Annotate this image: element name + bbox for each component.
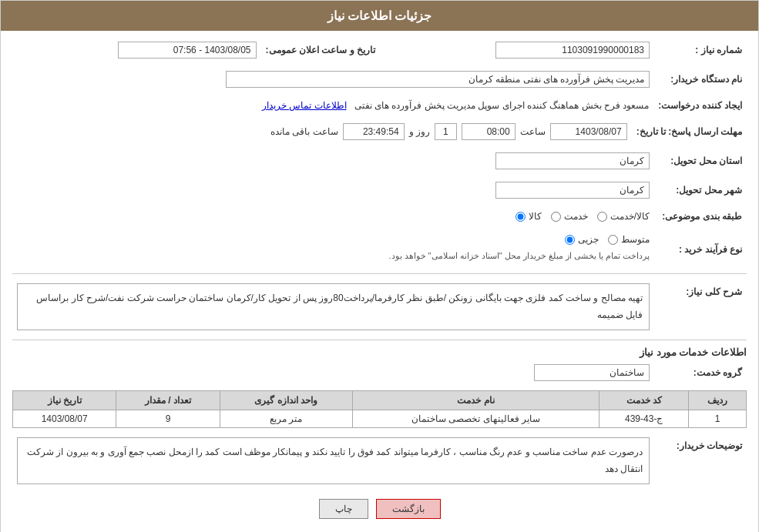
category-khedmat-label: خدمت: [564, 211, 588, 222]
page-header: جزئیات اطلاعات نیاز: [1, 1, 758, 31]
info-table-row7: طبقه بندی موضوعی: کالا/خدمت خدمت کالا: [12, 208, 747, 225]
info-table-row5: استان محل تحویل: کرمان: [12, 149, 747, 172]
date-value: 1403/08/05 - 07:56: [12, 38, 261, 62]
info-table-row6: شهر محل تحویل: کرمان: [12, 179, 747, 202]
requester-value: مسعود فرح بخش هماهنگ کننده اجرای سوپل مد…: [12, 97, 653, 114]
deadline-remaining-box: 23:49:54: [343, 123, 405, 140]
buyer-org-box: مدیریت پخش فرآورده های نفتی منطقه کرمان: [226, 71, 650, 88]
content-area: شماره نیاز : 1103091990000183 تاریخ و سا…: [1, 31, 758, 532]
buttons-row: بازگشت چاپ: [12, 499, 747, 519]
col-service-code: کد خدمت: [599, 391, 689, 410]
category-kala-khedmat-radio[interactable]: [597, 212, 607, 222]
col-service-name: نام خدمت: [352, 391, 599, 410]
category-kala-radio[interactable]: [516, 212, 526, 222]
process-motavaset-item: متوسط: [608, 234, 650, 245]
service-group-label: گروه خدمت:: [654, 361, 747, 384]
cell-row_num: 1: [689, 410, 747, 428]
buyer-notes-label: توضیحات خریدار:: [654, 434, 747, 487]
need-number-value: 1103091990000183: [380, 38, 654, 62]
print-button[interactable]: چاپ: [319, 499, 368, 519]
buyer-notes-value: درصورت عدم ساخت مناسب و عدم رنگ مناسب ، …: [12, 434, 654, 487]
process-jazii-label: جزیی: [578, 234, 599, 245]
date-box: 1403/08/05 - 07:56: [118, 42, 257, 59]
description-label: شرح کلی نیاز:: [654, 280, 747, 333]
deadline-remaining-label: ساعت باقی مانده: [270, 126, 338, 137]
process-motavaset-label: متوسط: [621, 234, 650, 245]
category-khedmat-radio[interactable]: [551, 212, 561, 222]
category-kala-item: کالا: [516, 211, 542, 222]
deadline-days-value: 1: [435, 123, 457, 140]
info-table-row1: شماره نیاز : 1103091990000183 تاریخ و سا…: [12, 38, 747, 62]
province-box: کرمان: [495, 152, 650, 169]
need-number-label: شماره نیاز :: [654, 38, 747, 62]
col-quantity: تعداد / مقدار: [116, 391, 220, 410]
service-group-box: ساختمان: [534, 364, 650, 381]
col-unit: واحد اندازه گیری: [220, 391, 352, 410]
info-table-row4: مهلت ارسال پاسخ: تا تاریخ: 1403/08/07 سا…: [12, 120, 747, 143]
date-label: تاریخ و ساعت اعلان عمومی:: [261, 38, 380, 62]
cell-unit: متر مربع: [220, 410, 352, 428]
category-kala-khedmat-item: کالا/خدمت: [597, 211, 650, 222]
info-table-row3: ایجاد کننده درخواست: مسعود فرح بخش هماهن…: [12, 97, 747, 114]
info-table-service-group: گروه خدمت: ساختمان: [12, 361, 747, 384]
process-jazii-radio[interactable]: [565, 235, 575, 245]
deadline-time-box: 08:00: [462, 123, 516, 140]
province-label: استان محل تحویل:: [654, 149, 747, 172]
process-motavaset-radio[interactable]: [608, 235, 618, 245]
service-group-value: ساختمان: [12, 361, 654, 384]
description-value: تهیه مصالح و ساخت کمد فلزی جهت بایگانی ز…: [12, 280, 654, 333]
need-number-box: 1103091990000183: [495, 42, 650, 59]
info-table-description: شرح کلی نیاز: تهیه مصالح و ساخت کمد فلزی…: [12, 280, 747, 333]
deadline-label: مهلت ارسال پاسخ: تا تاریخ:: [632, 120, 747, 143]
cell-service_code: ج-43-439: [599, 410, 689, 428]
deadline-time-label: ساعت: [520, 126, 546, 137]
services-title: اطلاعات خدمات مورد نیاز: [12, 346, 747, 358]
category-value: کالا/خدمت خدمت کالا: [12, 208, 654, 225]
category-kala-khedmat-label: کالا/خدمت: [610, 211, 650, 222]
description-box: تهیه مصالح و ساخت کمد فلزی جهت بایگانی ز…: [17, 283, 650, 330]
col-date: تاریخ نیاز: [13, 391, 116, 410]
deadline-day-label: روز و: [409, 126, 430, 137]
buyer-org-value: مدیریت پخش فرآورده های نفتی منطقه کرمان: [12, 68, 654, 91]
deadline-value: 1403/08/07 ساعت 08:00 1 روز و 23:49:54 س…: [12, 120, 632, 143]
city-label: شهر محل تحویل:: [654, 179, 747, 202]
process-label: نوع فرآیند خرید :: [654, 231, 747, 267]
requester-label: ایجاد کننده درخواست:: [653, 97, 747, 114]
requester-text: مسعود فرح بخش هماهنگ کننده اجرای سوپل مد…: [354, 100, 650, 111]
col-row-num: ردیف: [689, 391, 747, 410]
category-label: طبقه بندی موضوعی:: [654, 208, 747, 225]
buyer-org-label: نام دستگاه خریدار:: [654, 68, 747, 91]
process-note: پرداخت تمام یا بخشی از مبلغ خریدار محل "…: [388, 251, 650, 261]
process-value: متوسط جزیی پرداخت تمام یا بخشی از مبلغ خ…: [12, 231, 654, 267]
back-button[interactable]: بازگشت: [376, 499, 441, 519]
page-container: جزئیات اطلاعات نیاز شماره نیاز : 1103091…: [0, 0, 759, 532]
deadline-date-box: 1403/08/07: [550, 123, 627, 140]
info-table-row2: نام دستگاه خریدار: مدیریت پخش فرآورده ها…: [12, 68, 747, 91]
category-kala-label: کالا: [529, 211, 542, 222]
page-title: جزئیات اطلاعات نیاز: [327, 9, 432, 22]
info-table-buyer-notes: توضیحات خریدار: درصورت عدم ساخت مناسب و …: [12, 434, 747, 487]
table-row: 1ج-43-439سایر فعالیتهای تخصصی ساختمانمتر…: [13, 410, 747, 428]
city-box: کرمان: [495, 182, 650, 199]
cell-service_name: سایر فعالیتهای تخصصی ساختمان: [352, 410, 599, 428]
province-value: کرمان: [12, 149, 654, 172]
buyer-notes-box: درصورت عدم ساخت مناسب و عدم رنگ مناسب ، …: [17, 437, 650, 484]
cell-date: 1403/08/07: [13, 410, 116, 428]
city-value: کرمان: [12, 179, 654, 202]
category-khedmat-item: خدمت: [551, 211, 588, 222]
info-table-row8: نوع فرآیند خرید : متوسط جزیی: [12, 231, 747, 267]
services-table: ردیف کد خدمت نام خدمت واحد اندازه گیری ت…: [12, 390, 747, 428]
process-jazii-item: جزیی: [565, 234, 599, 245]
cell-quantity: 9: [116, 410, 220, 428]
requester-link[interactable]: اطلاعات تماس خریدار: [262, 100, 347, 111]
